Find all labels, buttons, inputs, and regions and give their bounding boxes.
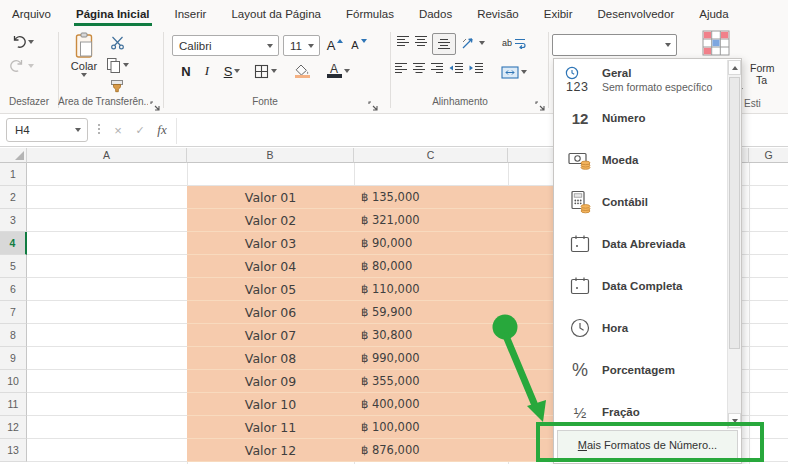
cell-value[interactable]: ฿ 90,000 xyxy=(361,232,412,254)
row-header-7[interactable]: 7 xyxy=(0,301,27,324)
row-header-3[interactable]: 3 xyxy=(0,209,27,232)
borders-button[interactable] xyxy=(250,61,280,81)
cell-value[interactable]: ฿ 135,000 xyxy=(361,186,420,208)
tab-ajuda[interactable]: Ajuda xyxy=(697,4,730,26)
menu-item-geral[interactable]: 123 Geral Sem formato específico xyxy=(554,63,741,97)
font-color-button[interactable]: A xyxy=(322,61,354,81)
cell-value[interactable]: ฿ 355,000 xyxy=(361,370,420,392)
menu-item-fracao[interactable]: ½ Fração xyxy=(554,391,741,433)
row-header-11[interactable]: 11 xyxy=(0,393,27,416)
format-painter-button[interactable] xyxy=(106,79,128,94)
orientation-button[interactable] xyxy=(458,33,488,53)
paste-button[interactable]: Colar xyxy=(63,32,105,77)
tab-revisao[interactable]: Revisão xyxy=(475,4,521,26)
column-header-g[interactable]: G xyxy=(749,148,788,163)
cell-value[interactable]: ฿ 400,000 xyxy=(361,393,420,415)
cell-value[interactable]: ฿ 321,000 xyxy=(361,209,420,231)
align-bottom-button[interactable] xyxy=(432,33,456,55)
column-header-a[interactable]: A xyxy=(27,148,187,163)
scroll-down-button[interactable] xyxy=(728,413,741,428)
row-header-13[interactable]: 13 xyxy=(0,439,27,462)
copy-button[interactable] xyxy=(104,57,130,73)
cell-label[interactable]: Valor 01 xyxy=(187,186,354,208)
cell-label[interactable]: Valor 03 xyxy=(187,232,354,254)
fill-color-button[interactable] xyxy=(286,61,318,81)
menu-item-data-completa[interactable]: Data Completa xyxy=(554,265,741,307)
font-dialog-launcher[interactable] xyxy=(368,97,378,115)
tab-exibir[interactable]: Exibir xyxy=(542,4,575,26)
row-header-5[interactable]: 5 xyxy=(0,255,27,278)
cell-value[interactable]: ฿ 80,000 xyxy=(361,255,412,277)
menu-scrollbar[interactable] xyxy=(727,60,741,429)
alignment-dialog-launcher[interactable] xyxy=(535,97,545,115)
cell-value[interactable]: ฿ 110,000 xyxy=(361,278,420,300)
conditional-formatting-button[interactable] xyxy=(702,30,730,56)
scrollbar-thumb[interactable] xyxy=(729,77,740,349)
insert-function-button[interactable]: fx xyxy=(152,118,172,142)
decrease-font-button[interactable]: A xyxy=(348,35,370,55)
bold-button[interactable]: N xyxy=(176,61,196,81)
tab-arquivo[interactable]: Arquivo xyxy=(10,4,53,26)
tab-desenvolvedor[interactable]: Desenvolvedor xyxy=(596,4,677,26)
format-as-table-label-line1[interactable]: Form xyxy=(750,62,775,74)
menu-item-porcentagem[interactable]: % Porcentagem xyxy=(554,349,741,391)
menu-item-mais-formatos[interactable]: Mais Formatos de Número... xyxy=(557,430,738,459)
cancel-button[interactable]: × xyxy=(108,118,128,142)
number-format-dropdown-icon[interactable] xyxy=(660,35,676,55)
row-header-9[interactable]: 9 xyxy=(0,347,27,370)
font-name-combo[interactable]: Calibri xyxy=(172,35,279,56)
clipboard-dialog-launcher[interactable] xyxy=(150,97,160,115)
row-header-6[interactable]: 6 xyxy=(0,278,27,301)
cut-button[interactable] xyxy=(106,35,128,50)
cell-label[interactable]: Valor 04 xyxy=(187,255,354,277)
cell-label[interactable]: Valor 10 xyxy=(187,393,354,415)
name-box[interactable]: H4 xyxy=(6,118,88,142)
tab-layout-da-pagina[interactable]: Layout da Página xyxy=(229,4,323,26)
select-all-button[interactable] xyxy=(0,148,27,163)
italic-button[interactable]: I xyxy=(198,61,216,81)
cell-label[interactable]: Valor 12 xyxy=(187,439,354,461)
tab-dados[interactable]: Dados xyxy=(417,4,454,26)
font-size-dropdown-icon[interactable] xyxy=(303,36,319,55)
undo-button[interactable] xyxy=(10,34,34,49)
row-header-4-selected[interactable]: 4 xyxy=(0,232,27,255)
font-size-combo[interactable]: 11 xyxy=(283,35,320,56)
row-header-1[interactable]: 1 xyxy=(0,163,27,186)
decrease-indent-button[interactable] xyxy=(448,62,464,74)
row-header-12[interactable]: 12 xyxy=(0,416,27,439)
tab-inserir[interactable]: Inserir xyxy=(173,4,209,26)
wrap-text-button[interactable]: ab xyxy=(500,33,528,53)
number-format-combo[interactable] xyxy=(552,34,677,56)
column-header-c[interactable]: C xyxy=(354,148,508,163)
row-header-10[interactable]: 10 xyxy=(0,370,27,393)
menu-item-numero[interactable]: 12 Número xyxy=(554,97,741,139)
cell-label[interactable]: Valor 07 xyxy=(187,324,354,346)
name-box-dropdown-icon[interactable] xyxy=(69,128,87,132)
redo-button[interactable] xyxy=(10,58,34,73)
align-top-button[interactable] xyxy=(396,35,410,47)
menu-item-hora[interactable]: Hora xyxy=(554,307,741,349)
row-header-8[interactable]: 8 xyxy=(0,324,27,347)
cell-label[interactable]: Valor 08 xyxy=(187,347,354,369)
enter-button[interactable]: ✓ xyxy=(130,118,150,142)
cell-label[interactable]: Valor 05 xyxy=(187,278,354,300)
cell-value[interactable]: ฿ 876,000 xyxy=(361,439,420,461)
menu-item-moeda[interactable]: Moeda xyxy=(554,139,741,181)
underline-button[interactable]: S xyxy=(218,61,246,81)
tab-pagina-inicial[interactable]: Página Inicial xyxy=(74,4,152,26)
cell-value[interactable]: ฿ 30,800 xyxy=(361,324,412,346)
menu-item-contabil[interactable]: Contábil xyxy=(554,181,741,223)
cell-value[interactable]: ฿ 59,900 xyxy=(361,301,412,323)
cell-label[interactable]: Valor 02 xyxy=(187,209,354,231)
cell-label[interactable]: Valor 06 xyxy=(187,301,354,323)
merge-center-button[interactable] xyxy=(498,62,530,82)
align-center-button[interactable] xyxy=(412,62,426,74)
align-right-button[interactable] xyxy=(430,62,444,74)
cell-value[interactable]: ฿ 100,000 xyxy=(361,416,420,438)
scroll-up-button[interactable] xyxy=(728,60,741,75)
column-header-b[interactable]: B xyxy=(187,148,354,163)
cell-label[interactable]: Valor 11 xyxy=(187,416,354,438)
row-header-2[interactable]: 2 xyxy=(0,186,27,209)
align-left-button[interactable] xyxy=(394,62,408,74)
tab-formulas[interactable]: Fórmulas xyxy=(344,4,396,26)
